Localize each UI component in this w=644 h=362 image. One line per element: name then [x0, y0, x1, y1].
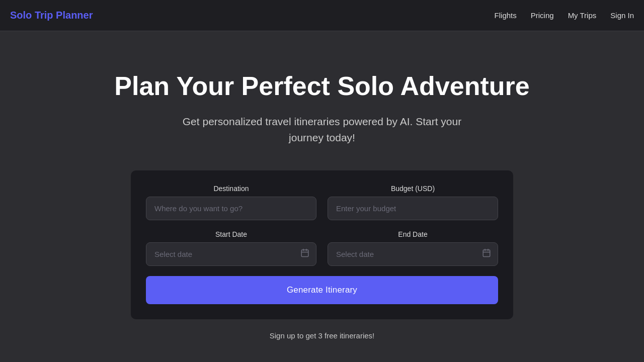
end-date-wrapper [328, 242, 498, 266]
brand-logo[interactable]: Solo Trip Planner [10, 10, 93, 21]
start-date-label: Start Date [146, 230, 316, 238]
start-date-wrapper [146, 242, 316, 266]
start-date-group: Start Date [146, 230, 316, 266]
hero-title: Plan Your Perfect Solo Adventure [114, 71, 529, 102]
end-date-group: End Date [328, 230, 498, 266]
destination-label: Destination [146, 185, 316, 193]
signup-hint: Sign up to get 3 free itineraries! [270, 331, 374, 340]
nav-link-my-trips[interactable]: My Trips [568, 11, 597, 20]
generate-itinerary-button[interactable]: Generate Itinerary [146, 276, 498, 304]
hero-subtitle: Get personalized travel itineraries powe… [171, 114, 473, 146]
budget-input[interactable] [328, 197, 498, 220]
destination-group: Destination [146, 185, 316, 220]
destination-input[interactable] [146, 197, 316, 220]
nav-link-pricing[interactable]: Pricing [531, 11, 554, 20]
form-grid: Destination Budget (USD) Start Date [146, 185, 498, 266]
itinerary-form-card: Destination Budget (USD) Start Date [131, 170, 513, 319]
end-date-input[interactable] [328, 242, 498, 266]
budget-group: Budget (USD) [328, 185, 498, 220]
end-date-label: End Date [328, 230, 498, 238]
navbar: Solo Trip Planner Flights Pricing My Tri… [0, 0, 644, 31]
nav-link-sign-in[interactable]: Sign In [610, 11, 634, 20]
budget-label: Budget (USD) [328, 185, 498, 193]
hero-section: Plan Your Perfect Solo Adventure Get per… [0, 31, 644, 360]
nav-links: Flights Pricing My Trips Sign In [495, 11, 634, 20]
nav-link-flights[interactable]: Flights [495, 11, 517, 20]
start-date-input[interactable] [146, 242, 316, 266]
